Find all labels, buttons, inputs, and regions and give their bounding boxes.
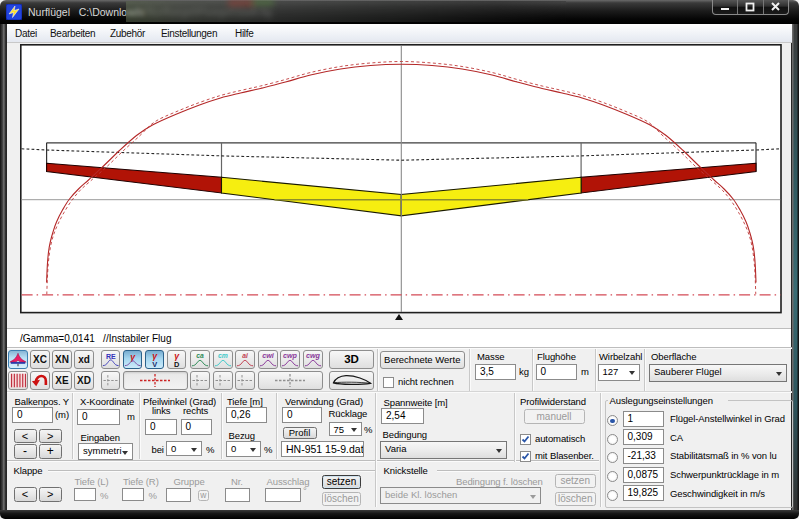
svg-text:γ: γ bbox=[130, 351, 136, 361]
svg-text:ai: ai bbox=[242, 352, 248, 359]
svg-text:RE: RE bbox=[105, 352, 115, 359]
svg-text:cwi: cwi bbox=[262, 351, 275, 360]
svg-text:cm: cm bbox=[218, 352, 228, 359]
svg-text:cwg: cwg bbox=[306, 351, 321, 360]
svg-text:ca: ca bbox=[196, 352, 204, 359]
svg-text:V: V bbox=[152, 359, 157, 368]
svg-text:D: D bbox=[174, 359, 180, 368]
svg-text:cwp: cwp bbox=[283, 351, 298, 360]
